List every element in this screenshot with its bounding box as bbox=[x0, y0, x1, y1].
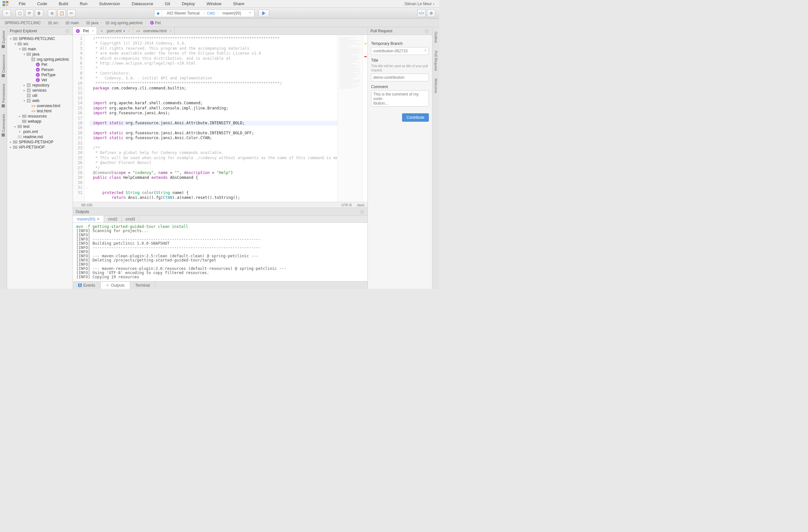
rail-tab-outline[interactable]: Outline bbox=[433, 27, 439, 46]
tree-node[interactable]: ▸test bbox=[7, 124, 73, 129]
run-button[interactable] bbox=[258, 10, 269, 17]
code-content[interactable]: /***************************************… bbox=[90, 35, 337, 202]
close-icon[interactable]: ✕ bbox=[96, 217, 100, 222]
tree-node[interactable]: CVet bbox=[7, 77, 73, 83]
panel-min-icon[interactable]: ▢ bbox=[425, 29, 428, 33]
panel-min-icon[interactable]: ▢ bbox=[361, 209, 364, 214]
comment-textarea[interactable]: This is the comment of my contr- ibution… bbox=[371, 90, 429, 107]
tree-node[interactable]: ▾java bbox=[7, 52, 73, 57]
file-language[interactable]: Java bbox=[357, 203, 364, 207]
tree-node[interactable]: CPetType bbox=[7, 72, 73, 77]
title-input[interactable] bbox=[371, 74, 429, 81]
left-rail: ExplorerDatasourcePermissionsCommands bbox=[0, 27, 7, 289]
editor-tab[interactable]: CPet× bbox=[73, 27, 97, 35]
tree-node[interactable]: webapp bbox=[7, 119, 73, 124]
output-tab[interactable]: cmd3 bbox=[122, 216, 139, 223]
tree-node[interactable]: ▾web bbox=[7, 98, 73, 103]
rail-tab-explorer[interactable]: Explorer bbox=[0, 27, 7, 51]
project-icon bbox=[13, 37, 17, 41]
panel-min-icon[interactable]: ▢ bbox=[66, 29, 69, 33]
crumb[interactable]: org.spring.petclinic bbox=[104, 21, 145, 25]
rail-tab-datasource[interactable]: Datasource bbox=[0, 51, 7, 80]
cursor-position: 68:100 bbox=[81, 203, 92, 207]
tree-node[interactable]: CPet bbox=[7, 62, 73, 67]
tree-node[interactable]: ▾main bbox=[7, 46, 73, 52]
pull-request-header: Pull Request ▢ bbox=[368, 27, 432, 35]
tree-node[interactable]: ▸SPRING-PETSHOP bbox=[7, 139, 73, 145]
md-icon bbox=[17, 135, 22, 139]
tree-node[interactable]: readme.md bbox=[7, 134, 73, 139]
menu-file[interactable]: File bbox=[13, 1, 31, 6]
tree-node[interactable]: ▸repository bbox=[7, 83, 73, 88]
bottom-tab-events[interactable]: 1Events bbox=[73, 282, 101, 289]
run-config-command[interactable]: maven(93) bbox=[218, 11, 254, 16]
refresh-button[interactable]: ⟳ bbox=[25, 10, 34, 17]
marker-strip[interactable] bbox=[363, 35, 368, 202]
tree-node[interactable]: ▸API-PETSHOP bbox=[7, 145, 73, 150]
close-icon[interactable]: × bbox=[169, 29, 172, 33]
output-tab[interactable]: maven(93) ✕ bbox=[73, 216, 104, 223]
cls-icon: C bbox=[76, 29, 80, 33]
minimap[interactable] bbox=[337, 35, 363, 202]
user-menu[interactable]: Stévan Le Meur▾ bbox=[401, 2, 438, 6]
rail-tab-permissions[interactable]: Permissions bbox=[0, 80, 7, 111]
crumb[interactable]: src bbox=[46, 21, 60, 25]
menu-window[interactable]: Window bbox=[201, 1, 227, 6]
run-config-selector[interactable]: ◆ AIO Maven Tomcat CMD maven(93) bbox=[154, 10, 254, 17]
settings-button[interactable]: ⚙ bbox=[427, 10, 435, 17]
menu-subversion[interactable]: Subversion bbox=[93, 1, 126, 6]
rail-tab-commands[interactable]: Commands bbox=[0, 111, 7, 140]
bottom-tab-terminal[interactable]: Terminal bbox=[130, 282, 155, 289]
run-config-icon: ◆ bbox=[154, 10, 162, 17]
crumb[interactable]: CPet bbox=[148, 21, 163, 25]
crumb[interactable]: SPRING-PETCLINIC bbox=[3, 21, 43, 25]
tree-node[interactable]: ▸services bbox=[7, 88, 73, 93]
menu-run[interactable]: Run bbox=[74, 1, 93, 6]
save-button[interactable]: ▢ bbox=[16, 10, 24, 17]
tree-node[interactable]: ▾src bbox=[7, 41, 73, 46]
play-icon bbox=[262, 11, 265, 15]
panel-title: Pull Request bbox=[370, 29, 392, 33]
delete-button[interactable]: 🗑 bbox=[35, 10, 43, 17]
paste-button[interactable]: 📋 bbox=[57, 10, 66, 17]
title-label: Title bbox=[371, 58, 429, 63]
rail-tab-pull-request[interactable]: Pull Request bbox=[433, 46, 439, 74]
menu-share[interactable]: Share bbox=[227, 1, 250, 6]
close-icon[interactable]: × bbox=[92, 29, 94, 33]
project-explorer-header: Project Explorer ▢ bbox=[7, 27, 73, 35]
tree-node[interactable]: <>overview.html bbox=[7, 103, 73, 109]
editor-tab[interactable]: ⚬pom.xml●× bbox=[97, 27, 133, 35]
folder-icon bbox=[17, 125, 22, 129]
tree-node[interactable]: org.spring.petclinic bbox=[7, 57, 73, 62]
crumb[interactable]: main bbox=[63, 21, 81, 25]
html-icon: <> bbox=[31, 104, 36, 108]
menu-deploy[interactable]: Deploy bbox=[176, 1, 201, 6]
rail-tab-welcome[interactable]: Welcome bbox=[433, 74, 439, 96]
tree-node[interactable]: ▾SPRING-PETCLINIC bbox=[7, 36, 73, 41]
branch-select[interactable]: contribution-062715 bbox=[371, 47, 429, 55]
tree-node[interactable]: CPerson bbox=[7, 67, 73, 72]
tree-node[interactable]: ⚬pom.xml bbox=[7, 129, 73, 134]
menu-build[interactable]: Build bbox=[53, 1, 74, 6]
folder-icon bbox=[22, 47, 26, 51]
menu-git[interactable]: Git bbox=[159, 1, 176, 6]
editor-tab[interactable]: <>overview.html× bbox=[133, 27, 175, 35]
cut-button[interactable]: ✂ bbox=[67, 10, 76, 17]
fold-column[interactable]: ⌄ bbox=[85, 35, 90, 202]
tree-node[interactable]: ▸ressources bbox=[7, 114, 73, 119]
close-icon[interactable]: × bbox=[128, 29, 130, 33]
code-view-button[interactable]: </> bbox=[417, 10, 426, 17]
file-encoding[interactable]: UTF-8 bbox=[342, 203, 352, 207]
console-output[interactable]: mvn -f getting-started-guided-tour clean… bbox=[73, 223, 368, 281]
crumb[interactable]: java bbox=[84, 21, 100, 25]
output-tab[interactable]: cmd2 bbox=[104, 216, 122, 223]
menu-datasource[interactable]: Datasource bbox=[126, 1, 159, 6]
tree-node[interactable]: util bbox=[7, 93, 73, 98]
new-button[interactable]: ＋ bbox=[3, 10, 11, 17]
code-editor[interactable]: 1 2 3 4 5 6 7 8 9 10 11 12 13 14 15 16 1… bbox=[73, 35, 368, 202]
tree-node[interactable]: <>test.html bbox=[7, 109, 73, 114]
contribute-button[interactable]: Contribute bbox=[402, 113, 429, 122]
bottom-tab-outputs[interactable]: ≡Outputs bbox=[101, 282, 130, 289]
copy-button[interactable]: ⧉ bbox=[48, 10, 56, 17]
menu-code[interactable]: Code bbox=[31, 1, 53, 6]
